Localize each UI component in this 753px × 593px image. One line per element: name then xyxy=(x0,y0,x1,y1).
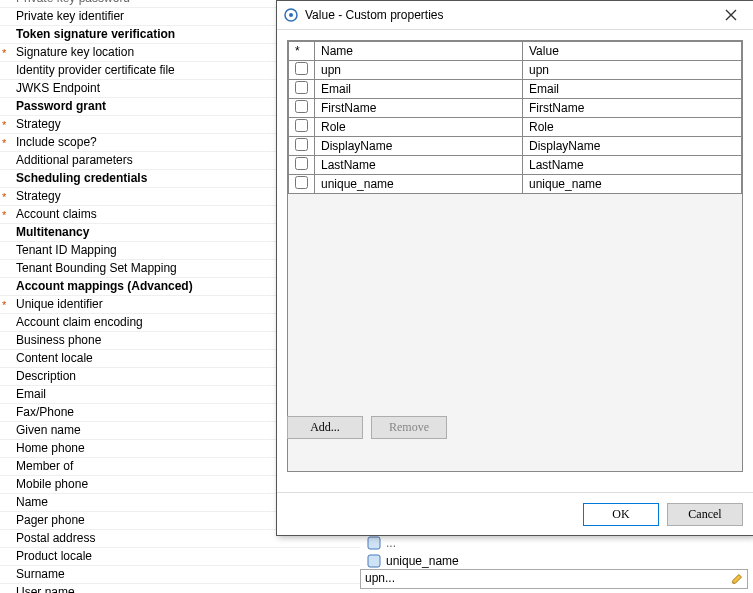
row-checkbox-cell[interactable] xyxy=(289,80,315,99)
properties-grid-container: * Name Value upnupnEmailEmailFirstNameFi… xyxy=(287,40,743,472)
dialog-footer: OK Cancel xyxy=(277,492,753,535)
row-checkbox-cell[interactable] xyxy=(289,99,315,118)
required-icon: * xyxy=(2,189,6,206)
required-icon: * xyxy=(2,297,6,314)
value-label: unique_name xyxy=(386,554,459,568)
custom-properties-field[interactable]: upn... xyxy=(360,569,748,589)
property-label: Strategy xyxy=(16,117,61,131)
property-label: Private key identifier xyxy=(16,9,124,23)
grid-row[interactable]: upnupn xyxy=(289,61,742,80)
property-label: Surname xyxy=(16,567,65,581)
property-label: Product locale xyxy=(16,549,92,563)
property-label: Unique identifier xyxy=(16,297,103,311)
property-label: Email xyxy=(16,387,46,401)
grid-row[interactable]: DisplayNameDisplayName xyxy=(289,137,742,156)
cell-value[interactable]: upn xyxy=(523,61,742,80)
cell-value[interactable]: LastName xyxy=(523,156,742,175)
property-label: Mobile phone xyxy=(16,477,88,491)
grid-row[interactable]: unique_nameunique_name xyxy=(289,175,742,194)
value-row-unique-name: unique_name xyxy=(360,552,752,570)
grid-row[interactable]: FirstNameFirstName xyxy=(289,99,742,118)
value-row-custom-properties[interactable]: upn... xyxy=(360,570,752,588)
row-checkbox-cell[interactable] xyxy=(289,137,315,156)
required-icon: * xyxy=(2,207,6,224)
property-label: Token signature verification xyxy=(16,27,175,41)
property-label: Business phone xyxy=(16,333,101,347)
custom-properties-value: upn... xyxy=(365,571,395,585)
property-row[interactable]: Product locale xyxy=(0,548,360,566)
cell-name[interactable]: FirstName xyxy=(315,99,523,118)
property-label: Scheduling credentials xyxy=(16,171,147,185)
grid-row[interactable]: LastNameLastName xyxy=(289,156,742,175)
property-label: Postal address xyxy=(16,531,95,545)
property-label: Account claims xyxy=(16,207,97,221)
property-label: Home phone xyxy=(16,441,85,455)
properties-grid: * Name Value upnupnEmailEmailFirstNameFi… xyxy=(288,41,742,194)
cell-name[interactable]: Email xyxy=(315,80,523,99)
col-header-value[interactable]: Value xyxy=(523,42,742,61)
property-label: Content locale xyxy=(16,351,93,365)
property-label: Description xyxy=(16,369,76,383)
property-label: Password grant xyxy=(16,99,106,113)
required-icon: * xyxy=(2,45,6,62)
property-label: Strategy xyxy=(16,189,61,203)
value-column: ... unique_name upn... xyxy=(360,534,752,588)
row-checkbox[interactable] xyxy=(295,138,308,151)
row-checkbox[interactable] xyxy=(295,100,308,113)
cell-value[interactable]: DisplayName xyxy=(523,137,742,156)
row-checkbox-cell[interactable] xyxy=(289,175,315,194)
row-checkbox-cell[interactable] xyxy=(289,156,315,175)
property-label: User name xyxy=(16,585,75,593)
cell-value[interactable]: FirstName xyxy=(523,99,742,118)
property-row[interactable]: Surname xyxy=(0,566,360,584)
property-label: Tenant ID Mapping xyxy=(16,243,117,257)
remove-button[interactable]: Remove xyxy=(371,416,447,439)
row-checkbox[interactable] xyxy=(295,62,308,75)
row-checkbox-cell[interactable] xyxy=(289,118,315,137)
property-label: Pager phone xyxy=(16,513,85,527)
property-label: Account claim encoding xyxy=(16,315,143,329)
add-button[interactable]: Add... xyxy=(287,416,363,439)
close-icon xyxy=(725,9,737,21)
property-row[interactable]: User name xyxy=(0,584,360,593)
property-icon xyxy=(366,553,382,569)
ok-button[interactable]: OK xyxy=(583,503,659,526)
svg-rect-1 xyxy=(368,555,380,567)
row-checkbox[interactable] xyxy=(295,157,308,170)
cell-name[interactable]: DisplayName xyxy=(315,137,523,156)
property-label: Identity provider certificate file xyxy=(16,63,175,77)
cancel-button[interactable]: Cancel xyxy=(667,503,743,526)
custom-properties-dialog: Value - Custom properties * Name Value u… xyxy=(276,0,753,536)
required-icon: * xyxy=(2,117,6,134)
property-label: Additional parameters xyxy=(16,153,133,167)
cell-value[interactable]: Email xyxy=(523,80,742,99)
edit-icon[interactable] xyxy=(731,571,745,585)
property-label: Name xyxy=(16,495,48,509)
cell-name[interactable]: Role xyxy=(315,118,523,137)
dialog-titlebar: Value - Custom properties xyxy=(277,1,753,30)
dialog-body: * Name Value upnupnEmailEmailFirstNameFi… xyxy=(277,30,753,492)
svg-point-3 xyxy=(289,13,293,17)
property-label: Member of xyxy=(16,459,73,473)
row-checkbox[interactable] xyxy=(295,119,308,132)
cell-name[interactable]: upn xyxy=(315,61,523,80)
grid-button-row: Add... Remove xyxy=(287,416,447,444)
close-button[interactable] xyxy=(715,3,747,27)
cell-name[interactable]: LastName xyxy=(315,156,523,175)
cell-value[interactable]: Role xyxy=(523,118,742,137)
grid-row[interactable]: RoleRole xyxy=(289,118,742,137)
property-label: Private key password xyxy=(16,0,130,5)
row-checkbox[interactable] xyxy=(295,176,308,189)
dialog-title: Value - Custom properties xyxy=(305,8,715,22)
col-header-name[interactable]: Name xyxy=(315,42,523,61)
row-checkbox-cell[interactable] xyxy=(289,61,315,80)
grid-row[interactable]: EmailEmail xyxy=(289,80,742,99)
col-header-checkbox[interactable]: * xyxy=(289,42,315,61)
property-label: Multitenancy xyxy=(16,225,89,239)
row-checkbox[interactable] xyxy=(295,81,308,94)
required-icon: * xyxy=(2,135,6,152)
cell-name[interactable]: unique_name xyxy=(315,175,523,194)
value-row-hidden: ... xyxy=(360,534,752,552)
cell-value[interactable]: unique_name xyxy=(523,175,742,194)
property-label: Fax/Phone xyxy=(16,405,74,419)
